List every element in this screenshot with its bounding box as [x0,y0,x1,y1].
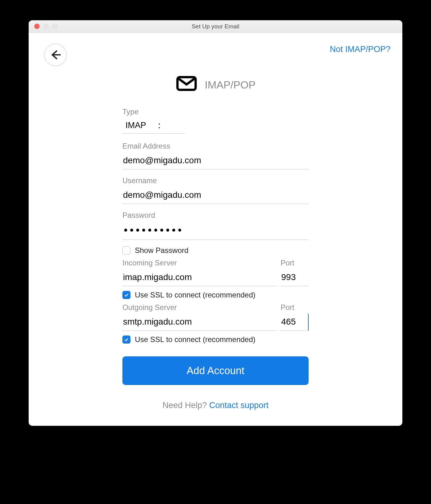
help-prefix: Need Help? [163,401,209,410]
email-field-block: Email Address [122,142,309,169]
chevron-up-down-icon: ▴▾ [159,122,160,129]
incoming-port-label: Port [281,259,309,267]
window-title: Set Up your Email [192,23,239,30]
not-imap-pop-link[interactable]: Not IMAP/POP? [330,45,391,54]
outgoing-ssl-checkbox[interactable] [122,335,130,344]
outgoing-server-label: Outgoing Server [122,303,277,312]
back-button[interactable] [44,44,67,66]
close-window-button[interactable] [34,24,40,29]
content: Not IMAP/POP? IMAP/POP Type IMAP ▴▾ Emai… [29,33,402,426]
outgoing-port-input[interactable] [281,314,309,331]
setup-email-window: Set Up your Email Not IMAP/POP? IMAP/POP… [29,20,402,426]
minimize-window-button[interactable] [43,24,49,29]
contact-support-link[interactable]: Contact support [209,401,269,410]
incoming-server-label: Incoming Server [122,259,277,267]
show-password-label: Show Password [135,246,188,255]
incoming-port-input[interactable] [281,269,309,286]
outgoing-server-input[interactable] [122,314,277,331]
protocol-header: IMAP/POP [40,73,391,97]
incoming-ssl-row: Use SSL to connect (recommended) [122,291,309,299]
mail-icon [176,73,197,97]
outgoing-ssl-row: Use SSL to connect (recommended) [122,335,309,344]
password-input[interactable]: ●●●●●●●●●● [122,221,309,240]
form: Type IMAP ▴▾ Email Address Username Pass… [122,107,309,410]
show-password-row: Show Password [122,246,309,255]
username-field-block: Username [122,176,309,204]
incoming-ssl-label: Use SSL to connect (recommended) [135,291,255,299]
email-label: Email Address [122,142,309,150]
incoming-server-input[interactable] [122,269,277,286]
type-value: IMAP [126,121,146,130]
add-account-button[interactable]: Add Account [122,356,309,385]
maximize-window-button[interactable] [52,24,58,29]
outgoing-ssl-label: Use SSL to connect (recommended) [135,335,255,344]
traffic-lights [29,24,58,29]
email-input[interactable] [122,152,309,169]
username-input[interactable] [122,187,309,204]
protocol-title: IMAP/POP [205,79,256,91]
outgoing-port-label: Port [281,303,309,312]
help-row: Need Help? Contact support [122,401,309,410]
password-field-block: Password ●●●●●●●●●● [122,211,309,240]
incoming-server-row: Incoming Server Port [122,259,309,286]
username-label: Username [122,176,309,185]
titlebar: Set Up your Email [29,20,402,33]
type-select[interactable]: IMAP ▴▾ [122,118,185,134]
incoming-ssl-checkbox[interactable] [122,291,130,299]
outgoing-server-row: Outgoing Server Port [122,303,309,331]
show-password-checkbox[interactable] [122,246,130,254]
type-label: Type [122,107,309,116]
password-label: Password [122,211,309,220]
